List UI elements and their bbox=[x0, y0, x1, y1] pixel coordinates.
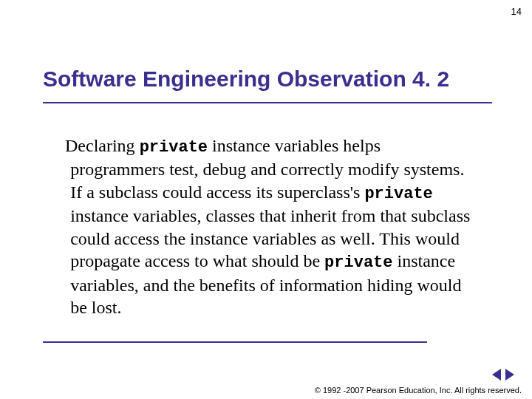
copyright-text: © 1992 -2007 Pearson Education, Inc. All… bbox=[315, 386, 522, 395]
rule-bottom bbox=[43, 341, 427, 343]
body-paragraph: Declaring private instance variables hel… bbox=[65, 134, 479, 319]
slide: 14 Software Engineering Observation 4. 2… bbox=[0, 0, 532, 399]
prev-slide-icon[interactable] bbox=[492, 369, 501, 381]
slide-title: Software Engineering Observation 4. 2 bbox=[43, 66, 449, 92]
copyright-footer: © 1992 -2007 Pearson Education, Inc. All… bbox=[315, 386, 522, 395]
code-keyword-private-1: private bbox=[140, 138, 208, 157]
code-keyword-private-2: private bbox=[364, 185, 432, 203]
next-slide-icon[interactable] bbox=[505, 369, 514, 381]
code-keyword-private-3: private bbox=[324, 253, 392, 272]
page-number: 14 bbox=[511, 6, 522, 17]
rule-top bbox=[43, 102, 492, 103]
body-part-1: Declaring bbox=[65, 136, 140, 155]
nav-controls bbox=[492, 369, 514, 381]
